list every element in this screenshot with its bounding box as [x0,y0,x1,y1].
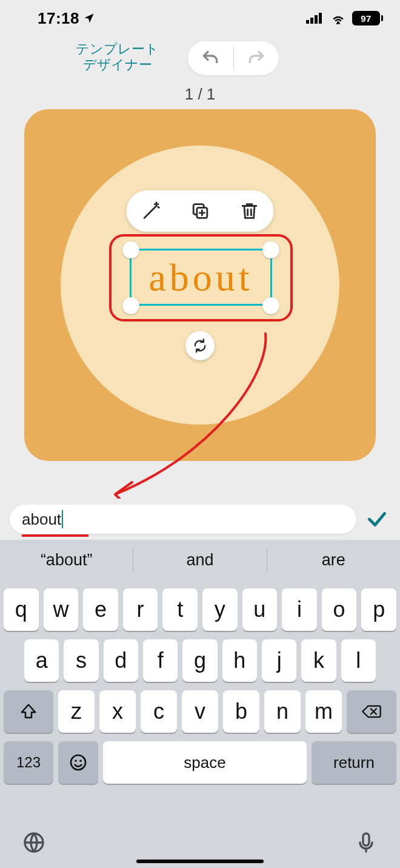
undo-icon [201,49,220,68]
suggestion-1[interactable]: “about” [0,540,133,580]
key-n[interactable]: n [264,690,301,733]
resize-handle-tl[interactable] [122,241,139,258]
svg-rect-0 [306,20,309,24]
annotation-underline [22,534,88,537]
key-e[interactable]: e [83,588,118,631]
resize-handle-tr[interactable] [262,241,279,258]
keyboard-row-3: z x c v b n m [0,690,400,733]
globe-icon [22,830,46,855]
backspace-icon [361,702,382,721]
element-toolbar [127,190,274,232]
key-w[interactable]: w [44,588,79,631]
check-icon [365,508,388,531]
cellular-icon [306,12,324,24]
key-t[interactable]: t [162,588,198,631]
text-element[interactable]: about [112,255,290,300]
key-p[interactable]: p [361,588,396,631]
key-return[interactable]: return [312,741,396,784]
resize-handle-br[interactable] [262,297,279,314]
text-input-bar: about [0,499,400,540]
svg-point-7 [71,755,85,770]
key-shift[interactable] [4,690,53,733]
magic-wand-button[interactable] [136,197,165,226]
shift-icon [19,702,38,721]
status-bar: 17:18 97 [0,0,400,36]
key-s[interactable]: s [64,639,98,682]
status-time-area: 17:18 [38,9,95,28]
battery-indicator: 97 [352,11,383,25]
key-v[interactable]: v [182,690,218,733]
text-cursor [62,510,63,528]
wifi-icon [330,12,346,24]
location-icon [83,12,95,24]
text-input-value: about [22,510,61,529]
key-g[interactable]: g [182,639,217,682]
key-h[interactable]: h [222,639,257,682]
emoji-icon [68,753,88,772]
undo-redo-group [188,41,279,75]
delete-button[interactable] [235,197,264,226]
status-right: 97 [306,11,383,25]
resize-handle-bl[interactable] [122,297,139,314]
svg-rect-11 [363,833,369,846]
confirm-button[interactable] [364,506,390,533]
keyboard-row-2: a s d f g h j k l [0,639,400,682]
key-k[interactable]: k [301,639,336,682]
key-r[interactable]: r [123,588,158,631]
svg-rect-1 [310,18,313,24]
key-a[interactable]: a [24,639,59,682]
suggestion-bar: “about” and are [0,540,400,580]
key-m[interactable]: m [305,690,342,733]
keyboard: “about” and are q w e r t y u i o p a s … [0,540,400,868]
key-i[interactable]: i [282,588,317,631]
svg-point-9 [79,760,81,762]
key-l[interactable]: l [341,639,376,682]
rotate-icon [192,337,208,354]
key-space[interactable]: space [103,741,307,784]
key-f[interactable]: f [143,639,178,682]
magic-wand-icon [141,201,161,221]
key-z[interactable]: z [58,690,95,733]
app-name-link[interactable]: テンプレート デザイナー [76,41,159,73]
status-time: 17:18 [38,9,79,28]
app-name-line2: デザイナー [76,57,159,73]
globe-button[interactable] [22,830,46,857]
key-b[interactable]: b [223,690,259,733]
key-c[interactable]: c [141,690,177,733]
key-d[interactable]: d [104,639,138,682]
dictation-button[interactable] [354,830,378,857]
key-u[interactable]: u [242,588,278,631]
suggestion-3[interactable]: are [267,540,400,580]
key-emoji[interactable] [58,741,98,784]
duplicate-button[interactable] [185,197,215,226]
home-indicator[interactable] [136,860,264,863]
design-canvas[interactable]: about [24,109,376,461]
key-o[interactable]: o [322,588,357,631]
selection-annotation: about [109,234,293,321]
text-input[interactable]: about [10,505,356,534]
keyboard-bottom-bar [0,819,400,868]
key-j[interactable]: j [262,639,296,682]
keyboard-row-1: q w e r t y u i o p [0,588,400,631]
suggestion-2[interactable]: and [133,540,266,580]
rotate-button[interactable] [185,331,215,360]
redo-icon [247,49,266,68]
redo-button[interactable] [234,41,279,75]
trash-icon [239,201,259,221]
app-toolbar: テンプレート デザイナー [0,36,400,85]
app-name-line1: テンプレート [76,41,159,57]
duplicate-icon [190,201,210,221]
svg-rect-2 [315,15,318,24]
key-q[interactable]: q [4,588,39,631]
svg-rect-3 [319,13,322,24]
undo-button[interactable] [188,41,233,75]
key-x[interactable]: x [99,690,136,733]
keyboard-row-4: 123 space return [0,741,400,784]
svg-point-8 [75,760,76,762]
battery-percent: 97 [352,11,380,25]
page-indicator: 1 / 1 [0,85,400,109]
key-numbers[interactable]: 123 [4,741,53,784]
svg-point-4 [337,21,339,24]
key-y[interactable]: y [202,588,238,631]
key-backspace[interactable] [347,690,396,733]
